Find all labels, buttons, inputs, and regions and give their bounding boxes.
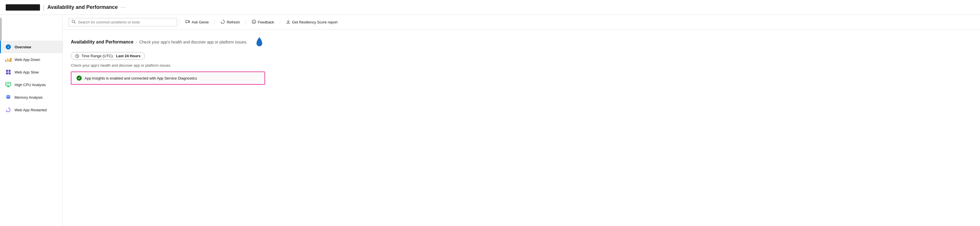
toolbar-separator-2 xyxy=(215,19,215,25)
header-more-options[interactable]: ··· xyxy=(121,5,126,10)
page-title: Availability and Performance xyxy=(48,4,118,10)
ask-genie-label: Ask Genie xyxy=(192,20,209,24)
content-heading-dash: - xyxy=(136,40,137,44)
app-insights-banner: App Insights is enabled and connected wi… xyxy=(71,72,265,85)
toolbar-separator-4 xyxy=(280,19,280,25)
feedback-icon xyxy=(251,19,256,25)
info-icon: i xyxy=(5,44,11,50)
feedback-label: Feedback xyxy=(258,20,274,24)
feedback-button[interactable]: Feedback xyxy=(248,18,278,27)
clock-icon xyxy=(75,54,79,58)
sidebar-item-web-app-slow-label: Web App Slow xyxy=(14,70,38,74)
restart-icon xyxy=(5,107,11,113)
grid-icon xyxy=(5,69,11,75)
content-body: Availability and Performance - Check you… xyxy=(63,30,980,91)
content-subtitle: Check your app's health and discover app… xyxy=(71,63,972,67)
sidebar-item-overview-label: Overview xyxy=(14,45,31,49)
monitor-icon xyxy=(5,82,11,88)
resiliency-score-button[interactable]: Get Resiliency Score report xyxy=(283,18,341,27)
search-input[interactable] xyxy=(78,20,174,24)
header-separator: | xyxy=(43,4,45,11)
sidebar-item-restarted-label: Web App Restarted xyxy=(14,108,47,112)
brand-logo xyxy=(6,4,40,11)
svg-rect-2 xyxy=(7,87,10,87)
svg-point-15 xyxy=(253,21,253,22)
app-insights-message: App Insights is enabled and connected wi… xyxy=(84,76,197,80)
sidebar-item-web-app-slow[interactable]: Web App Slow xyxy=(0,66,62,79)
svg-marker-7 xyxy=(6,110,7,111)
content-area: Ask Genie Refresh xyxy=(63,15,980,226)
content-heading-desc: Check your app's health and discover app… xyxy=(139,40,248,44)
drop-icon xyxy=(255,37,263,48)
svg-point-6 xyxy=(6,96,10,98)
time-range-button[interactable]: Time Range (UTC): Last 24 Hours xyxy=(71,52,145,60)
search-icon xyxy=(72,20,76,25)
svg-rect-12 xyxy=(189,21,190,22)
sidebar: i Overview Web App Down xyxy=(0,15,63,226)
bars-icon xyxy=(5,57,11,63)
content-heading-title: Availability and Performance xyxy=(71,40,134,45)
download-icon xyxy=(286,19,291,25)
sidebar-item-high-cpu[interactable]: High CPU Analysis xyxy=(0,79,62,91)
sidebar-item-web-app-down-label: Web App Down xyxy=(14,58,40,62)
refresh-button[interactable]: Refresh xyxy=(217,18,243,27)
svg-rect-10 xyxy=(186,20,189,22)
main-layout: i Overview Web App Down xyxy=(0,15,980,226)
resiliency-score-label: Get Resiliency Score report xyxy=(292,20,337,24)
sidebar-item-memory-label: Memory Analysis xyxy=(14,95,43,99)
ask-genie-button[interactable]: Ask Genie xyxy=(182,18,212,27)
time-range-value: Last 24 Hours xyxy=(116,54,140,58)
db-icon xyxy=(5,95,11,100)
refresh-icon xyxy=(221,19,225,25)
page-heading: Availability and Performance - Check you… xyxy=(71,37,972,48)
sidebar-scrollbar-thumb xyxy=(0,18,2,41)
svg-point-14 xyxy=(252,20,256,24)
sidebar-item-web-app-down[interactable]: Web App Down xyxy=(0,53,62,66)
app-header: | Availability and Performance ··· xyxy=(0,0,980,15)
toolbar: Ask Genie Refresh xyxy=(63,15,980,30)
time-range-label: Time Range (UTC): xyxy=(81,54,114,58)
ask-genie-icon xyxy=(185,19,190,25)
svg-point-16 xyxy=(254,21,255,22)
refresh-label: Refresh xyxy=(227,20,240,24)
sidebar-item-high-cpu-label: High CPU Analysis xyxy=(14,83,46,87)
check-circle-icon xyxy=(76,75,82,81)
sidebar-item-restarted[interactable]: Web App Restarted xyxy=(0,104,62,116)
search-box[interactable] xyxy=(68,18,177,26)
sidebar-item-overview[interactable]: i Overview xyxy=(0,41,62,53)
svg-rect-1 xyxy=(8,86,9,87)
svg-marker-13 xyxy=(221,22,222,23)
sidebar-item-memory[interactable]: Memory Analysis xyxy=(0,91,62,104)
svg-line-9 xyxy=(74,22,75,24)
